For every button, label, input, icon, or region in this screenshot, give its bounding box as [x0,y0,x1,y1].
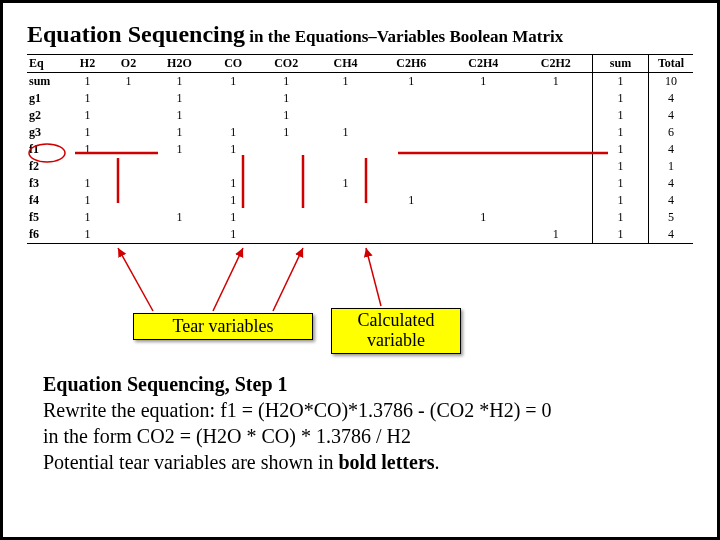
cell [149,158,210,175]
cell: 1 [256,90,315,107]
table-row: g111114 [27,90,693,107]
cell [256,141,315,158]
cell-sum: 1 [593,90,649,107]
cell: 1 [447,73,519,91]
cell [447,158,519,175]
cell: 1 [210,175,257,192]
cell: 1 [447,209,519,226]
cell [519,107,592,124]
row-label: f5 [27,209,67,226]
cell [108,209,149,226]
cell [375,158,447,175]
table-row: sum111111111110 [27,73,693,91]
cell: 1 [149,141,210,158]
cell [375,175,447,192]
cell-total: 5 [649,209,694,226]
body-line-3: Potential tear variables are shown in bo… [43,449,677,475]
col-CO: CO [210,55,257,73]
tear-variables-label: Tear variables [133,313,313,340]
cell: 1 [210,73,257,91]
row-label: g1 [27,90,67,107]
cell: 1 [67,124,108,141]
col-CH4: CH4 [316,55,375,73]
table-row: f311114 [27,175,693,192]
cell [108,192,149,209]
table-row: f5111115 [27,209,693,226]
slide-frame: Equation Sequencing in the Equations–Var… [0,0,720,540]
table-row: f611114 [27,226,693,244]
col-sum: sum [593,55,649,73]
col-C2H4: C2H4 [447,55,519,73]
cell: 1 [210,209,257,226]
title-sub: in the Equations–Variables Boolean Matri… [245,27,563,46]
cell: 1 [375,73,447,91]
cell: 1 [67,209,108,226]
cell: 1 [519,226,592,244]
cell: 1 [108,73,149,91]
cell-total: 4 [649,175,694,192]
cell: 1 [67,175,108,192]
cell-total: 1 [649,158,694,175]
table-row: f411114 [27,192,693,209]
cell-total: 4 [649,226,694,244]
boolean-matrix-table: EqH2O2H2OCOCO2CH4C2H6C2H4C2H2sumTotal su… [27,54,693,244]
cell [108,158,149,175]
cell: 1 [67,226,108,244]
cell [210,158,257,175]
col-C2H6: C2H6 [375,55,447,73]
table-row: f211 [27,158,693,175]
cell-sum: 1 [593,158,649,175]
cell [256,226,315,244]
col-H2O: H2O [149,55,210,73]
cell [375,141,447,158]
cell [375,226,447,244]
col-H2: H2 [67,55,108,73]
table-row: g211114 [27,107,693,124]
cell-sum: 1 [593,175,649,192]
col-C2H2: C2H2 [519,55,592,73]
cell [519,175,592,192]
cell: 1 [210,192,257,209]
cell [210,107,257,124]
cell: 1 [316,124,375,141]
cell: 1 [67,73,108,91]
cell: 1 [316,73,375,91]
cell-total: 4 [649,90,694,107]
col-CO2: CO2 [256,55,315,73]
svg-line-10 [366,248,381,306]
cell-total: 10 [649,73,694,91]
cell [375,124,447,141]
cell [447,107,519,124]
cell [256,209,315,226]
row-label: g2 [27,107,67,124]
svg-line-7 [118,248,153,311]
cell [149,175,210,192]
row-label: g3 [27,124,67,141]
cell [149,192,210,209]
cell [519,124,592,141]
step-title: Equation Sequencing, Step 1 [43,371,677,397]
cell [316,209,375,226]
cell [316,90,375,107]
cell-sum: 1 [593,192,649,209]
col-eq: Eq [27,55,67,73]
cell [256,192,315,209]
cell: 1 [67,90,108,107]
cell [108,175,149,192]
cell-sum: 1 [593,209,649,226]
cell: 1 [149,73,210,91]
cell [108,90,149,107]
cell [316,107,375,124]
cell [256,158,315,175]
row-label: f4 [27,192,67,209]
row-label: sum [27,73,67,91]
cell: 1 [149,124,210,141]
cell: 1 [375,192,447,209]
cell [447,175,519,192]
cell-sum: 1 [593,107,649,124]
cell: 1 [256,107,315,124]
cell [447,124,519,141]
cell [316,192,375,209]
body-line-2: in the form CO2 = (H2O * CO) * 1.3786 / … [43,423,677,449]
cell: 1 [67,141,108,158]
